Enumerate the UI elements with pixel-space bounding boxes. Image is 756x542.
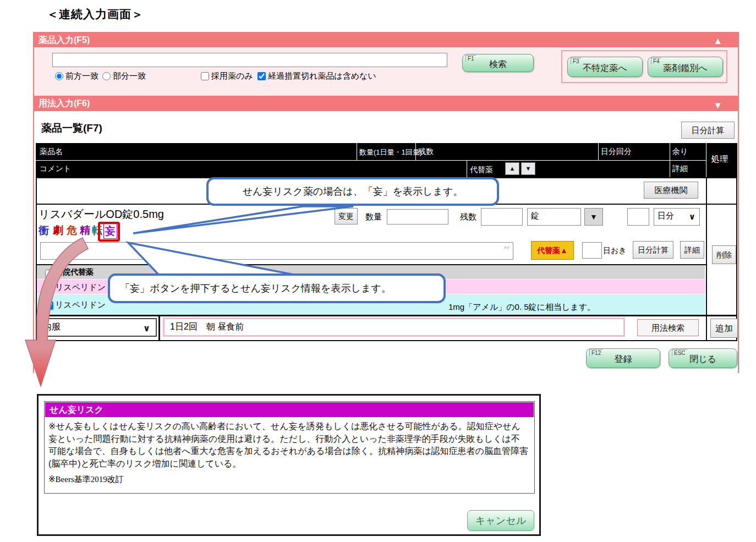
alt-row-1-checkbox[interactable] (45, 284, 53, 292)
adopted-only-label: 採用薬のみ (211, 71, 253, 81)
page-title: ＜連続入力画面＞ (47, 7, 144, 22)
drug-list-title: 薬品一覧(F7) (41, 121, 102, 135)
alt-row-2-name: リスペリドン (55, 300, 106, 310)
drug-identification-button[interactable]: F4 薬剤鑑別へ (648, 57, 723, 77)
drug-name: リスバダールOD錠0.5mg (39, 207, 164, 222)
adopted-only-checkbox[interactable] (201, 72, 209, 80)
unit-select-value: 錠 (531, 211, 539, 220)
days-input[interactable] (627, 208, 649, 226)
chevron-down-icon: ∨ (143, 323, 150, 333)
exclude-expired-label: 経過措置切れ薬品は含めない (268, 71, 376, 81)
sort-up-button[interactable]: ▲ (505, 162, 519, 175)
col-extra: 余り (672, 147, 688, 157)
action-column-border (706, 177, 707, 341)
header-separator (415, 143, 416, 160)
chevron-down-icon: ∨ (689, 212, 695, 222)
header-separator (706, 143, 706, 177)
search-button-label: 検索 (463, 59, 533, 70)
qty-label: 数量 (365, 212, 382, 222)
unspecified-drug-button-label: 不特定薬へ (568, 63, 642, 74)
alt-row-2-note: 1mg「アメル」の0. 5錠に相当します。 (448, 302, 595, 313)
screen: ＜連続入力画面＞ 薬品入力(F5) ▲ F1 検索 F3 不特定薬へ F4 薬剤… (0, 0, 756, 542)
col-quantity: 数量(1日量・1回量) (359, 147, 422, 157)
drug-flag-1: 劇 (53, 223, 63, 238)
unspecified-drug-button[interactable]: F3 不特定薬へ (567, 57, 643, 77)
match-option-prefix[interactable]: 前方一致 (55, 71, 98, 81)
route-select[interactable]: 内服 ∨ (39, 318, 157, 337)
close-button-label: 閉じる (669, 354, 737, 365)
dialog-body-text: ※せん妄もしくはせん妄リスクの高い高齢者において、せん妄を誘発もしくは悪化させる… (48, 420, 528, 470)
change-button[interactable]: 変更 (335, 208, 358, 225)
col-drug-name: 薬品名 (40, 147, 63, 157)
exclude-expired-checkbox[interactable] (258, 72, 266, 80)
delete-button[interactable]: 削除 (712, 245, 736, 264)
delirium-risk-dialog: せん妄リスク ※せん妄もしくはせん妄リスクの高い高齢者において、せん妄を誘発もし… (37, 394, 541, 536)
days-calc-top-button[interactable]: 日分計算 (681, 122, 735, 139)
partial-match-label: 部分一致 (113, 71, 146, 81)
row-border (36, 315, 737, 316)
partial-match-radio[interactable] (102, 72, 111, 80)
header-separator (598, 143, 599, 160)
callout-2-text: 「妄」ボタンを押下するとせん妄リスク情報を表示します。 (120, 282, 391, 295)
interval-label: 日おき (603, 246, 627, 256)
add-button[interactable]: 追加 (710, 319, 738, 338)
col-alternative: 代替薬 (470, 165, 493, 175)
match-option-partial[interactable]: 部分一致 (102, 71, 146, 81)
drug-input-header-title: 薬品入力(F5) (39, 35, 90, 45)
col-action: 処理 (711, 154, 728, 165)
days-unit-select[interactable]: 日分 ∨ (654, 208, 700, 226)
drug-search-input[interactable] (52, 53, 447, 67)
usage-search-button[interactable]: 用法検索 (637, 319, 699, 336)
col-comment: コメント (40, 164, 71, 174)
header-separator (36, 160, 706, 161)
alt-row-1-name: リスペリドン (55, 282, 106, 293)
callout-delirium-info: 「妄」ボタンを押下するとせん妄リスク情報を表示します。 (108, 273, 446, 303)
route-cell-border (158, 315, 160, 341)
alt-header-checkbox[interactable] (45, 270, 53, 278)
usage-input-header-bar: 用法入力(F6) ▼ (34, 96, 738, 111)
search-button[interactable]: F1 検索 (462, 54, 534, 72)
drug-input-header-bar: 薬品入力(F5) ▲ (34, 33, 738, 47)
adopted-only-option[interactable]: 採用薬のみ (201, 71, 253, 81)
exclude-expired-option[interactable]: 経過措置切れ薬品は含めない (258, 71, 376, 81)
col-detail: 詳細 (672, 164, 688, 174)
collapse-up-icon[interactable]: ▲ (713, 34, 722, 48)
drug-flag-2: 危 (67, 223, 77, 238)
header-separator (467, 160, 467, 177)
callout-1-text: せん妄リスク薬の場合は、「妄」を表示します。 (243, 185, 463, 198)
alt-row-2-checkbox[interactable] (45, 302, 53, 310)
callout-delirium-flag: せん妄リスク薬の場合は、「妄」を表示します。 (206, 177, 499, 206)
drug-flags: 衝 劇 危 精 転 妄 (39, 223, 149, 238)
alternative-drug-button[interactable]: 代替薬▲ (531, 241, 574, 260)
comment-spinner[interactable]: ˄˅ (503, 245, 510, 257)
usage-text-input[interactable] (163, 317, 625, 337)
drug-flag-0: 衝 (39, 223, 49, 238)
remain-label: 残数 (460, 212, 476, 222)
sort-down-button[interactable]: ▼ (521, 162, 535, 175)
unit-dropdown-button[interactable]: ▼ (584, 208, 603, 226)
alt-header-label: 当院代替薬 (55, 267, 94, 277)
col-remaining: 残数 (418, 147, 434, 157)
drug-identification-button-label: 薬剤鑑別へ (648, 63, 722, 74)
delirium-risk-textbox: せん妄リスク ※せん妄もしくはせん妄リスクの高い高齢者において、せん妄を誘発もし… (44, 401, 535, 494)
days-calc-button[interactable]: 日分計算 (633, 241, 673, 259)
close-button[interactable]: ESC 閉じる (669, 348, 737, 368)
drug-flag-3: 精 (80, 223, 90, 238)
prefix-match-label: 前方一致 (65, 71, 98, 81)
register-button[interactable]: F12 登録 (586, 348, 660, 368)
unit-select[interactable]: 錠 (527, 208, 581, 226)
qty-input[interactable] (387, 209, 448, 225)
days-unit-value: 日分 (658, 211, 674, 220)
prefix-match-radio[interactable] (55, 72, 63, 80)
dialog-reference-note: ※Beers基準2019改訂 (48, 474, 124, 485)
register-button-label: 登録 (587, 354, 660, 365)
cancel-button[interactable]: キャンセル (467, 510, 534, 531)
remain-input[interactable] (481, 208, 523, 226)
interval-input[interactable] (582, 242, 602, 259)
delirium-flag-highlight (98, 222, 120, 242)
drug-comment-input[interactable] (40, 242, 513, 260)
route-select-value: 内服 (43, 322, 61, 331)
detail-button[interactable]: 詳細 (680, 241, 704, 259)
header-separator (357, 143, 357, 160)
medical-institution-button[interactable]: 医療機関 (644, 182, 698, 199)
